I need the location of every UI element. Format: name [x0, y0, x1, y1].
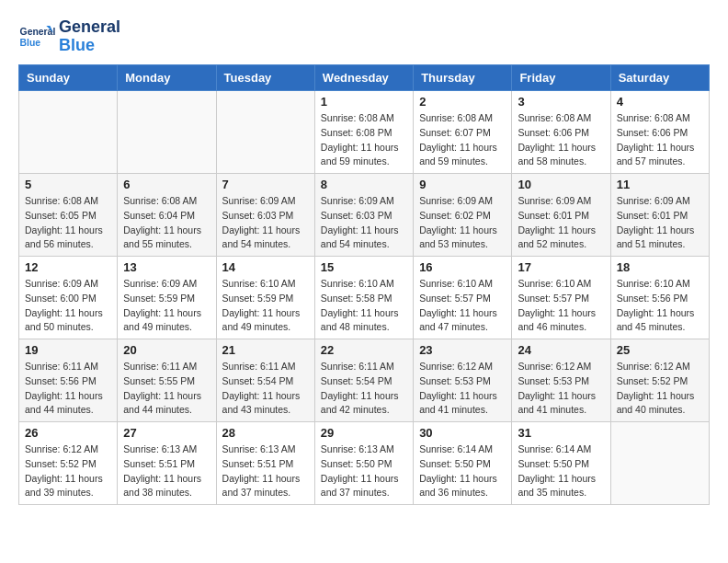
day-number: 27	[123, 426, 210, 440]
day-cell-15: 15 Sunrise: 6:10 AMSunset: 5:58 PMDaylig…	[314, 257, 413, 339]
empty-cell	[610, 422, 709, 505]
day-info: Sunrise: 6:09 AMSunset: 6:03 PMDaylight:…	[222, 194, 309, 252]
page-header: General Blue General Blue	[18, 18, 710, 55]
day-number: 13	[123, 260, 210, 274]
day-number: 26	[25, 426, 111, 440]
day-info: Sunrise: 6:13 AMSunset: 5:51 PMDaylight:…	[222, 442, 309, 500]
day-number: 30	[419, 426, 506, 440]
day-info: Sunrise: 6:10 AMSunset: 5:58 PMDaylight:…	[321, 277, 407, 335]
day-cell-20: 20 Sunrise: 6:11 AMSunset: 5:55 PMDaylig…	[118, 339, 216, 422]
week-row-5: 26 Sunrise: 6:12 AMSunset: 5:52 PMDaylig…	[19, 422, 710, 505]
day-number: 10	[518, 178, 604, 191]
weekday-header-sunday: Sunday	[19, 65, 118, 91]
day-info: Sunrise: 6:13 AMSunset: 5:50 PMDaylight:…	[321, 442, 407, 500]
day-number: 25	[617, 343, 703, 357]
day-info: Sunrise: 6:14 AMSunset: 5:50 PMDaylight:…	[419, 442, 506, 500]
day-number: 31	[518, 426, 604, 440]
day-number: 29	[321, 426, 407, 440]
calendar-table: SundayMondayTuesdayWednesdayThursdayFrid…	[18, 64, 710, 505]
day-cell-27: 27 Sunrise: 6:13 AMSunset: 5:51 PMDaylig…	[118, 422, 216, 505]
weekday-header-thursday: Thursday	[414, 65, 512, 91]
empty-cell	[216, 91, 314, 174]
day-info: Sunrise: 6:08 AMSunset: 6:04 PMDaylight:…	[123, 194, 210, 252]
day-info: Sunrise: 6:10 AMSunset: 5:57 PMDaylight:…	[419, 277, 506, 335]
day-cell-16: 16 Sunrise: 6:10 AMSunset: 5:57 PMDaylig…	[414, 257, 512, 339]
day-info: Sunrise: 6:14 AMSunset: 5:50 PMDaylight:…	[518, 442, 604, 500]
weekday-header-row: SundayMondayTuesdayWednesdayThursdayFrid…	[19, 65, 710, 91]
day-cell-12: 12 Sunrise: 6:09 AMSunset: 6:00 PMDaylig…	[19, 257, 118, 339]
day-info: Sunrise: 6:12 AMSunset: 5:53 PMDaylight:…	[518, 360, 604, 418]
weekday-header-tuesday: Tuesday	[216, 65, 314, 91]
day-cell-11: 11 Sunrise: 6:09 AMSunset: 6:01 PMDaylig…	[610, 174, 709, 257]
day-cell-17: 17 Sunrise: 6:10 AMSunset: 5:57 PMDaylig…	[512, 257, 610, 339]
day-cell-28: 28 Sunrise: 6:13 AMSunset: 5:51 PMDaylig…	[216, 422, 314, 505]
day-cell-10: 10 Sunrise: 6:09 AMSunset: 6:01 PMDaylig…	[512, 174, 610, 257]
day-info: Sunrise: 6:11 AMSunset: 5:55 PMDaylight:…	[123, 360, 210, 418]
day-info: Sunrise: 6:08 AMSunset: 6:05 PMDaylight:…	[25, 194, 111, 252]
day-info: Sunrise: 6:12 AMSunset: 5:52 PMDaylight:…	[25, 442, 111, 500]
day-number: 15	[321, 260, 407, 274]
day-cell-13: 13 Sunrise: 6:09 AMSunset: 5:59 PMDaylig…	[118, 257, 216, 339]
day-number: 8	[321, 178, 407, 191]
day-info: Sunrise: 6:08 AMSunset: 6:06 PMDaylight:…	[518, 111, 604, 169]
day-cell-30: 30 Sunrise: 6:14 AMSunset: 5:50 PMDaylig…	[414, 422, 512, 505]
day-cell-26: 26 Sunrise: 6:12 AMSunset: 5:52 PMDaylig…	[19, 422, 118, 505]
day-cell-1: 1 Sunrise: 6:08 AMSunset: 6:08 PMDayligh…	[314, 91, 413, 174]
day-cell-6: 6 Sunrise: 6:08 AMSunset: 6:04 PMDayligh…	[118, 174, 216, 257]
weekday-header-wednesday: Wednesday	[314, 65, 413, 91]
day-cell-3: 3 Sunrise: 6:08 AMSunset: 6:06 PMDayligh…	[512, 91, 610, 174]
weekday-header-friday: Friday	[512, 65, 610, 91]
weekday-header-saturday: Saturday	[610, 65, 709, 91]
day-cell-9: 9 Sunrise: 6:09 AMSunset: 6:02 PMDayligh…	[414, 174, 512, 257]
day-info: Sunrise: 6:12 AMSunset: 5:52 PMDaylight:…	[617, 360, 703, 418]
day-info: Sunrise: 6:13 AMSunset: 5:51 PMDaylight:…	[123, 442, 210, 500]
day-number: 3	[518, 95, 604, 109]
day-info: Sunrise: 6:09 AMSunset: 6:02 PMDaylight:…	[419, 194, 506, 252]
empty-cell	[19, 91, 118, 174]
day-number: 1	[321, 95, 407, 109]
day-cell-2: 2 Sunrise: 6:08 AMSunset: 6:07 PMDayligh…	[414, 91, 512, 174]
day-info: Sunrise: 6:10 AMSunset: 5:56 PMDaylight:…	[617, 277, 703, 335]
day-info: Sunrise: 6:09 AMSunset: 6:01 PMDaylight:…	[518, 194, 604, 252]
day-info: Sunrise: 6:08 AMSunset: 6:06 PMDaylight:…	[617, 111, 703, 169]
day-cell-4: 4 Sunrise: 6:08 AMSunset: 6:06 PMDayligh…	[610, 91, 709, 174]
day-cell-14: 14 Sunrise: 6:10 AMSunset: 5:59 PMDaylig…	[216, 257, 314, 339]
day-number: 7	[222, 178, 309, 191]
day-info: Sunrise: 6:08 AMSunset: 6:08 PMDaylight:…	[321, 111, 407, 169]
day-cell-29: 29 Sunrise: 6:13 AMSunset: 5:50 PMDaylig…	[314, 422, 413, 505]
calendar-body: 1 Sunrise: 6:08 AMSunset: 6:08 PMDayligh…	[19, 91, 710, 505]
day-cell-7: 7 Sunrise: 6:09 AMSunset: 6:03 PMDayligh…	[216, 174, 314, 257]
week-row-4: 19 Sunrise: 6:11 AMSunset: 5:56 PMDaylig…	[19, 339, 710, 422]
day-info: Sunrise: 6:10 AMSunset: 5:57 PMDaylight:…	[518, 277, 604, 335]
day-cell-31: 31 Sunrise: 6:14 AMSunset: 5:50 PMDaylig…	[512, 422, 610, 505]
day-number: 2	[419, 95, 506, 109]
day-info: Sunrise: 6:12 AMSunset: 5:53 PMDaylight:…	[419, 360, 506, 418]
logo-icon: General Blue	[18, 18, 55, 55]
day-number: 6	[123, 178, 210, 191]
day-cell-24: 24 Sunrise: 6:12 AMSunset: 5:53 PMDaylig…	[512, 339, 610, 422]
day-info: Sunrise: 6:09 AMSunset: 6:03 PMDaylight:…	[321, 194, 407, 252]
day-number: 4	[617, 95, 703, 109]
day-number: 28	[222, 426, 309, 440]
calendar-header: SundayMondayTuesdayWednesdayThursdayFrid…	[19, 65, 710, 91]
day-number: 16	[419, 260, 506, 274]
day-cell-19: 19 Sunrise: 6:11 AMSunset: 5:56 PMDaylig…	[19, 339, 118, 422]
week-row-1: 1 Sunrise: 6:08 AMSunset: 6:08 PMDayligh…	[19, 91, 710, 174]
weekday-header-monday: Monday	[118, 65, 216, 91]
day-info: Sunrise: 6:11 AMSunset: 5:54 PMDaylight:…	[222, 360, 309, 418]
day-number: 21	[222, 343, 309, 357]
day-cell-22: 22 Sunrise: 6:11 AMSunset: 5:54 PMDaylig…	[314, 339, 413, 422]
day-number: 20	[123, 343, 210, 357]
day-info: Sunrise: 6:10 AMSunset: 5:59 PMDaylight:…	[222, 277, 309, 335]
empty-cell	[118, 91, 216, 174]
logo: General Blue General Blue	[18, 18, 120, 55]
day-number: 24	[518, 343, 604, 357]
week-row-3: 12 Sunrise: 6:09 AMSunset: 6:00 PMDaylig…	[19, 257, 710, 339]
day-number: 22	[321, 343, 407, 357]
day-info: Sunrise: 6:11 AMSunset: 5:54 PMDaylight:…	[321, 360, 407, 418]
day-info: Sunrise: 6:08 AMSunset: 6:07 PMDaylight:…	[419, 111, 506, 169]
day-number: 17	[518, 260, 604, 274]
day-info: Sunrise: 6:09 AMSunset: 6:01 PMDaylight:…	[617, 194, 703, 252]
day-cell-23: 23 Sunrise: 6:12 AMSunset: 5:53 PMDaylig…	[414, 339, 512, 422]
day-number: 18	[617, 260, 703, 274]
